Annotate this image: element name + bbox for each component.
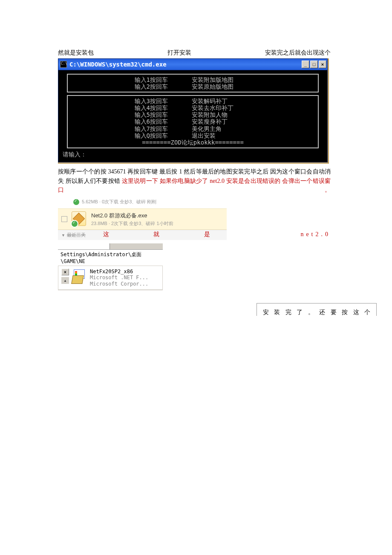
intro-seg1: 然就是安装包 bbox=[58, 49, 94, 57]
cmd-row: 输入3按回车安装解码补丁 bbox=[68, 98, 318, 104]
maximize-button[interactable]: □ bbox=[310, 61, 318, 68]
intro-line: 然就是安装包 打开安装 安装完之后就会出现这个 bbox=[58, 49, 331, 57]
cmd-titlebar[interactable]: C:\WINDOWS\system32\cmd.exe _ □ × bbox=[58, 58, 328, 70]
cmd-frame-1: 输入1按回车安装附加版地图 输入2按回车安装原始版地图 bbox=[67, 74, 319, 92]
cmd-row: 输入Q按回车退出安装 bbox=[68, 132, 318, 139]
cmd-title: C:\WINDOWS\system32\cmd.exe bbox=[69, 61, 301, 68]
cmd-row: 输入7按回车美化男主角 bbox=[68, 125, 318, 132]
cmd-row: 输入5按回车安装附加人物 bbox=[68, 111, 318, 118]
right-panel: 安装完了。还要按这个 illusion REG 导入注册表信息 Ftsm bbox=[257, 303, 377, 316]
net-label-line: . 这就是 net2.0 bbox=[58, 231, 331, 238]
explorer-snippet: Settings\Administrator\桌面\GAME\NE × ▲ Ne… bbox=[58, 243, 163, 290]
cmd-window: C:\WINDOWS\system32\cmd.exe _ □ × 输入1按回车… bbox=[58, 58, 329, 164]
cmd-footer: ========ZOD论坛pkokkk======== bbox=[68, 139, 318, 146]
cmd-prompt: 请输入： bbox=[63, 151, 323, 158]
checkbox[interactable] bbox=[61, 216, 67, 222]
file-name: NetFx20SP2_x86 bbox=[90, 269, 148, 275]
cmd-body[interactable]: 输入1按回车安装附加版地图 输入2按回车安装原始版地图 输入3按回车安装解码补丁… bbox=[58, 70, 328, 162]
cmd-icon bbox=[60, 61, 67, 68]
download-name: Net2.0 群游戏必备.exe bbox=[91, 212, 223, 220]
check-badge-icon bbox=[71, 220, 78, 228]
cmd-row: 输入1按回车安装附加版地图 bbox=[68, 76, 318, 83]
download-item[interactable]: 5.62MB · 0次下载 全妙3、破碎 刚刚 bbox=[58, 195, 227, 208]
cmd-row: 输入2按回车安装原始版地图 bbox=[68, 83, 318, 90]
intro-seg2: 打开安装 bbox=[167, 49, 191, 57]
minimize-button[interactable]: _ bbox=[302, 61, 309, 68]
right-panel-heading: 安装完了。还要按这个 bbox=[257, 304, 376, 316]
download-meta: 23.8MB · 2次下载 全妙3、破碎 1小时前 bbox=[91, 220, 223, 227]
file-company: Microsoft Corpor... bbox=[90, 281, 148, 287]
cmd-frame-2: 输入3按回车安装解码补丁 输入4按回车安装去水印补丁 输入5按回车安装附加人物 … bbox=[67, 95, 319, 148]
instruction-paragraph: 按顺序一个个的按 345671 再按回车键 最后按 1 然后等最后的地图安装完毕… bbox=[58, 167, 331, 195]
net-label: 这就是 net2.0 bbox=[103, 231, 331, 237]
intro-seg3: 安装完之后就会出现这个 bbox=[265, 49, 331, 57]
file-item[interactable]: NetFx20SP2_x86 Microsoft .NET F... Micro… bbox=[72, 269, 148, 287]
installer-icon bbox=[72, 269, 87, 284]
close-button[interactable]: × bbox=[319, 61, 326, 68]
cmd-row: 输入4按回车安装去水印补丁 bbox=[68, 104, 318, 111]
cmd-row: 输入6按回车安装瘦身补丁 bbox=[68, 118, 318, 125]
explorer-tabs[interactable] bbox=[58, 243, 163, 250]
explorer-path[interactable]: Settings\Administrator\桌面\GAME\NE bbox=[58, 250, 163, 266]
check-badge-icon bbox=[72, 198, 80, 206]
download-meta: 5.62MB · 0次下载 全妙3、破碎 刚刚 bbox=[82, 199, 223, 205]
download-item[interactable]: Net2.0 群游戏必备.exe 23.8MB · 2次下载 全妙3、破碎 1小… bbox=[58, 208, 227, 230]
scroll-up-button[interactable]: ▲ bbox=[61, 277, 69, 284]
close-button[interactable]: × bbox=[61, 269, 69, 275]
file-description: Microsoft .NET F... bbox=[90, 275, 148, 280]
